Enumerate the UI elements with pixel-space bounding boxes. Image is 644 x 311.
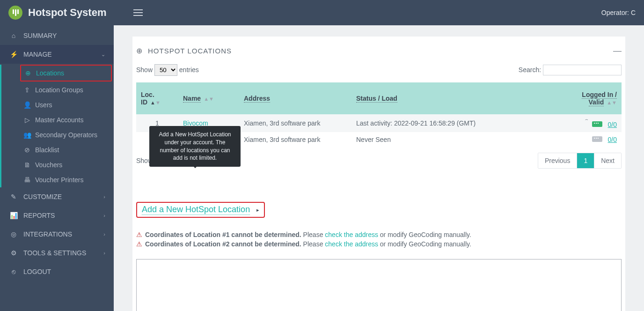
logout-icon: ⎋ <box>8 268 19 275</box>
add-location-link[interactable]: Add a New HotSpot Location <box>142 205 250 215</box>
add-location-tooltip: Add a New HotSpot Location under your ac… <box>149 126 241 167</box>
integrations-icon: ◎ <box>8 230 19 238</box>
locations-panel: ⊕ HOTSPOT LOCATIONS — Show 50 entries Se <box>132 37 625 311</box>
col-address[interactable]: Address <box>239 82 351 114</box>
sidebar-item-voucher-printers[interactable]: 🖶 Voucher Printers <box>1 172 114 187</box>
highlight-box-locations: ⊕ Locations <box>20 65 112 81</box>
sidebar-item-secondary-operators[interactable]: 👥 Secondary Operators <box>1 127 114 142</box>
upload-icon: ⇪ <box>23 86 31 94</box>
minimize-icon[interactable]: — <box>613 46 622 56</box>
sidebar-item-reports[interactable]: 📊 REPORTS › <box>0 206 114 225</box>
sidebar-item-locations[interactable]: ⊕ Locations <box>21 66 111 81</box>
show-label: Show <box>136 66 153 74</box>
chevron-right-icon: › <box>103 194 105 200</box>
search-label: Search: <box>519 66 541 74</box>
chevron-down-icon: ⌄ <box>101 52 105 58</box>
pagination: Previous 1 Next <box>538 153 622 169</box>
cell-status: Never Seen <box>351 132 551 147</box>
chevron-right-icon: › <box>103 231 105 237</box>
entries-select[interactable]: 50 <box>154 64 177 76</box>
brand: Hotspot System <box>8 6 143 20</box>
search-input[interactable] <box>543 65 622 75</box>
play-icon: ▷ <box>23 116 31 124</box>
edit-icon: ✎ <box>8 193 19 200</box>
globe-icon: ⊕ <box>24 69 32 77</box>
router-icon <box>592 121 602 127</box>
home-icon: ⌂ <box>8 32 19 39</box>
logged-link[interactable]: 0/0 <box>608 121 617 128</box>
pagination-page-1[interactable]: 1 <box>577 153 594 168</box>
app-header: Hotspot System Operator: C <box>0 0 644 25</box>
col-name[interactable]: Name▲▼ <box>178 82 239 114</box>
cell-logged: 0/0 <box>551 132 622 147</box>
warnings-block: ⚠ Coordinates of Location #1 cannot be d… <box>136 231 622 248</box>
sidebar-item-location-groups[interactable]: ⇪ Location Groups <box>1 82 114 97</box>
logo-icon <box>8 6 22 20</box>
main-content: ⊕ HOTSPOT LOCATIONS — Show 50 entries Se <box>114 25 644 311</box>
brand-text: Hotspot System <box>28 7 106 19</box>
warning-line: ⚠ Coordinates of Location #2 cannot be d… <box>136 240 622 248</box>
chevron-right-icon: › <box>103 250 105 256</box>
router-icon <box>592 136 602 142</box>
warning-icon: ⚠ <box>136 231 142 238</box>
sidebar-item-summary[interactable]: ⌂ SUMMARY <box>0 26 114 45</box>
sidebar-item-logout[interactable]: ⎋ LOGOUT <box>0 262 114 281</box>
sidebar-item-master-accounts[interactable]: ▷ Master Accounts <box>1 112 114 127</box>
globe-icon: ⊕ <box>136 46 142 55</box>
sidebar-item-vouchers[interactable]: 🗎 Vouchers <box>1 157 114 172</box>
chevron-right-icon: › <box>103 213 105 218</box>
sidebar-item-tools[interactable]: ⚙ TOOLS & SETTINGS › <box>0 244 114 262</box>
sidebar-item-customize[interactable]: ✎ CUSTOMIZE › <box>0 187 114 206</box>
cell-address: Xiamen, 3rd software park <box>239 132 351 147</box>
highlight-box-add-location: Add a New HotSpot Location ▸ <box>136 202 265 218</box>
operator-label: Operator: C <box>601 9 636 16</box>
cell-address: Xiamen, 3rd software park <box>239 114 351 132</box>
printer-icon: 🖶 <box>23 176 31 184</box>
users-icon: 👥 <box>23 131 31 139</box>
panel-title: HOTSPOT LOCATIONS <box>148 47 232 55</box>
map-container[interactable] <box>136 259 622 311</box>
sidebar-item-integrations[interactable]: ◎ INTEGRATIONS › <box>0 225 114 244</box>
pagination-next[interactable]: Next <box>594 153 621 168</box>
bolt-icon: ⚡ <box>8 51 19 58</box>
arrow-right-icon: ▸ <box>256 207 259 213</box>
col-logged[interactable]: Logged In / Valid▲▼ <box>551 82 622 114</box>
warning-icon: ⚠ <box>136 240 142 248</box>
entries-label: entries <box>179 66 199 74</box>
chart-icon: 📊 <box>8 212 19 219</box>
sidebar-item-users[interactable]: 👤 Users <box>1 97 114 112</box>
menu-toggle-icon[interactable] <box>133 9 143 16</box>
pagination-previous[interactable]: Previous <box>538 153 577 168</box>
blacklist-icon: ⊘ <box>23 146 31 154</box>
col-status[interactable]: Status / Load <box>351 82 551 114</box>
sidebar-item-blacklist[interactable]: ⊘ Blacklist <box>1 142 114 157</box>
user-icon: 👤 <box>23 101 31 109</box>
check-address-link[interactable]: check the address <box>325 240 378 248</box>
cell-status: Last activity: 2022-09-21 16:58:29 (GMT) <box>351 114 551 132</box>
warning-line: ⚠ Coordinates of Location #1 cannot be d… <box>136 231 622 238</box>
sidebar: ⌂ SUMMARY ⚡ MANAGE ⌄ ⊕ Locations ⇪ Locat… <box>0 25 114 311</box>
check-address-link[interactable]: check the address <box>325 231 378 238</box>
col-loc-id[interactable]: Loc. ID▲▼ <box>136 82 178 114</box>
cell-logged: ⌢ 0/0 <box>551 114 622 132</box>
document-icon: 🗎 <box>23 161 31 169</box>
gear-icon: ⚙ <box>8 249 19 257</box>
sidebar-submenu-manage: ⊕ Locations ⇪ Location Groups 👤 Users ▷ … <box>0 65 114 187</box>
sidebar-item-manage[interactable]: ⚡ MANAGE ⌄ <box>0 45 114 64</box>
logged-link[interactable]: 0/0 <box>608 136 617 143</box>
